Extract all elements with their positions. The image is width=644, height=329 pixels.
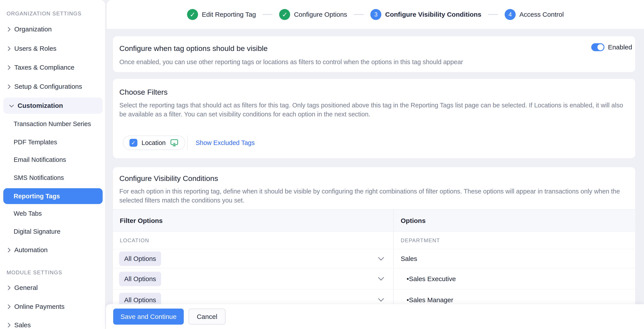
location-label: Location — [142, 139, 166, 146]
step-completed-check-icon: ✓ — [187, 9, 198, 20]
location-filter-pill[interactable]: ✓ Location — [123, 135, 185, 150]
action-footer: Save and Continue Cancel — [106, 304, 644, 329]
section-module-settings: MODULE SETTINGS — [6, 270, 62, 276]
filter-cell: All Options — [113, 249, 394, 268]
option-cell: Sales — [394, 249, 635, 268]
toggle-label: Enabled — [608, 43, 632, 51]
step-label: Configure Visibility Conditions — [385, 11, 481, 18]
sidebar-item-organization[interactable]: Organization — [0, 20, 105, 39]
sidebar-item-general[interactable]: General — [0, 278, 105, 297]
chevron-right-icon — [6, 323, 10, 327]
location-checkbox[interactable]: ✓ — [130, 139, 137, 147]
sidebar-item-customization[interactable]: Customization — [3, 97, 103, 114]
all-options-dropdown[interactable]: All Options — [119, 252, 161, 266]
settings-sidebar: ORGANIZATION SETTINGS Organization Users… — [0, 0, 105, 329]
chevron-right-icon — [6, 46, 10, 51]
sidebar-item-label: Sales — [14, 321, 31, 329]
reporting-tags-settings-page: ORGANIZATION SETTINGS Organization Users… — [0, 0, 644, 329]
conditions-table: Filter Options Options LOCATION DEPARTME… — [113, 209, 635, 311]
chevron-down-icon[interactable] — [378, 275, 384, 281]
sidebar-item-sales[interactable]: Sales — [0, 316, 105, 329]
sidebar-item-label: PDF Templates — [14, 139, 57, 146]
sidebar-item-label: Setup & Configurations — [14, 83, 82, 90]
sidebar-item-sms-notifications[interactable]: SMS Notifications — [0, 168, 105, 187]
sidebar-item-email-notifications[interactable]: Email Notifications — [0, 150, 105, 169]
sidebar-item-transaction-number-series[interactable]: Transaction Number Series — [0, 114, 105, 133]
step-label: Access Control — [520, 11, 564, 18]
wizard-stepper-bar: ✓ Edit Reporting Tag ✓ Configure Options… — [107, 0, 644, 29]
step-configure-visibility-conditions[interactable]: 3 Configure Visibility Conditions — [370, 9, 481, 20]
choose-filters-card: Choose Filters Select the reporting tags… — [113, 79, 635, 158]
sidebar-item-label: Organization — [14, 25, 52, 33]
sidebar-item-label: SMS Notifications — [14, 174, 64, 181]
card-description: For each option in this reporting tag, d… — [119, 187, 632, 205]
sidebar-item-label: Taxes & Compliance — [14, 64, 74, 71]
step-connector — [262, 14, 272, 15]
chevron-right-icon — [6, 27, 10, 31]
monitor-icon — [170, 139, 179, 147]
chevron-right-icon — [6, 84, 10, 89]
card-title: Configure Visibility Conditions — [119, 174, 218, 183]
step-label: Edit Reporting Tag — [202, 11, 256, 18]
sidebar-item-label: Customization — [18, 102, 63, 109]
card-title: Choose Filters — [119, 88, 168, 96]
chevron-right-icon — [6, 65, 10, 70]
option-label: Sales Executive — [409, 275, 456, 283]
vertical-divider — [187, 135, 188, 150]
toggle-knob — [598, 44, 604, 50]
wizard-stepper: ✓ Edit Reporting Tag ✓ Configure Options… — [187, 9, 564, 20]
sidebar-item-label: Online Payments — [14, 303, 64, 310]
card-title: Configure when tag options should be vis… — [119, 44, 268, 53]
sidebar-item-web-tabs[interactable]: Web Tabs — [0, 204, 105, 223]
sidebar-item-users-roles[interactable]: Users & Roles — [0, 39, 105, 58]
table-header-row: Filter Options Options — [113, 209, 635, 232]
enabled-toggle-group: Enabled — [591, 43, 632, 52]
option-bullet: • — [406, 296, 409, 304]
sidebar-item-online-payments[interactable]: Online Payments — [0, 297, 105, 316]
location-group-label: LOCATION — [113, 232, 394, 249]
enabled-toggle[interactable] — [591, 43, 604, 51]
table-group-row: LOCATION DEPARTMENT — [113, 232, 635, 249]
sidebar-item-label: Reporting Tags — [14, 193, 60, 200]
option-cell: • Sales Executive — [394, 268, 635, 289]
card-description: Once enabled, you can use other reportin… — [119, 57, 632, 66]
option-label: Sales — [401, 255, 417, 263]
visibility-toggle-card: Configure when tag options should be vis… — [113, 36, 635, 72]
sidebar-item-reporting-tags-selected[interactable]: Reporting Tags — [3, 188, 103, 204]
sidebar-item-label: Digital Signature — [14, 228, 60, 235]
sidebar-item-digital-signature[interactable]: Digital Signature — [0, 222, 105, 241]
chevron-right-icon — [6, 248, 10, 252]
filter-options-column-header: Filter Options — [113, 210, 394, 232]
chevron-right-icon — [6, 285, 10, 290]
sidebar-item-setup-configurations[interactable]: Setup & Configurations — [0, 77, 105, 96]
step-number-badge: 3 — [370, 9, 381, 20]
sidebar-item-label: Web Tabs — [14, 210, 42, 217]
step-number-badge: 4 — [505, 9, 516, 20]
chevron-right-icon — [6, 304, 10, 309]
option-label: Sales Manager — [409, 296, 454, 304]
all-options-dropdown[interactable]: All Options — [119, 272, 161, 286]
step-connector — [488, 14, 498, 15]
step-edit-reporting-tag[interactable]: ✓ Edit Reporting Tag — [187, 9, 256, 20]
chevron-down-icon[interactable] — [378, 296, 384, 302]
sidebar-item-label: Transaction Number Series — [14, 120, 91, 128]
show-excluded-tags-link[interactable]: Show Excluded Tags — [192, 135, 258, 150]
sidebar-item-label: Users & Roles — [14, 45, 56, 52]
save-and-continue-button[interactable]: Save and Continue — [113, 309, 184, 325]
card-description: Select the reporting tags that should ac… — [119, 101, 632, 119]
sidebar-item-label: General — [14, 284, 38, 292]
chevron-down-icon[interactable] — [378, 255, 384, 261]
chevron-down-icon — [9, 103, 14, 107]
sidebar-item-label: Automation — [14, 246, 48, 254]
sidebar-item-pdf-templates[interactable]: PDF Templates — [0, 133, 105, 152]
section-organization-settings: ORGANIZATION SETTINGS — [6, 10, 82, 17]
sidebar-item-automation[interactable]: Automation — [0, 241, 105, 259]
sidebar-item-taxes-compliance[interactable]: Taxes & Compliance — [0, 58, 105, 77]
step-completed-check-icon: ✓ — [279, 9, 290, 20]
options-column-header: Options — [394, 210, 635, 232]
step-access-control[interactable]: 4 Access Control — [505, 9, 564, 20]
cancel-button[interactable]: Cancel — [188, 309, 225, 325]
table-row: All Options • Sales Executive — [113, 268, 635, 290]
step-configure-options[interactable]: ✓ Configure Options — [279, 9, 347, 20]
sidebar-item-label: Email Notifications — [14, 156, 66, 163]
